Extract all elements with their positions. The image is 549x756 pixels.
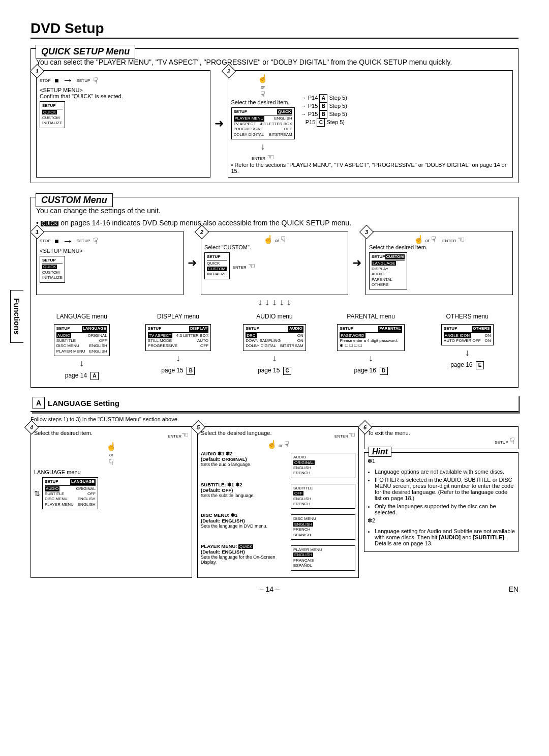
or-label: or	[275, 238, 279, 243]
step-number: 1	[33, 227, 42, 237]
press-button-icon: ☟	[93, 76, 98, 85]
sidebar-tab: Functions	[10, 290, 23, 343]
setup-label: SETUP	[77, 78, 90, 83]
options-panel: PLAYER MENUENGLISHFRANCAISESPAÑOL	[291, 545, 355, 571]
or-label: or	[261, 84, 265, 90]
step-number: 4	[27, 423, 36, 432]
page-ref: page 15 C	[229, 367, 320, 375]
custom-menu-header: CUSTOM Menu	[36, 193, 113, 207]
lang-step-5: 5 Select the desired language. ENTER☜ ☝ …	[197, 426, 359, 577]
enter-button-icon: ☜	[181, 430, 189, 440]
step-number: 6	[360, 423, 370, 432]
press-button-icon: ☟	[510, 436, 515, 446]
enter-button-icon: ☜	[458, 235, 465, 244]
quick-note: • Refer to the sections "PLAYER MENU", "…	[231, 162, 510, 174]
arrow-right-icon: ➜	[188, 256, 197, 270]
page-ref: → P14 A Step 5)	[301, 94, 347, 102]
page-ref: → P15 B Step 5)	[301, 110, 347, 119]
quick-intro: You can select the "PLAYER MENU", "TV AS…	[36, 58, 513, 66]
or-label: or	[279, 443, 283, 448]
custom-step-2: 2 ☝ or ☟ Select "CUSTOM". SETUP QUICK CU…	[201, 231, 348, 295]
stop-icon: ⏹	[54, 77, 59, 83]
setup-label: SETUP	[77, 239, 90, 243]
instruction-text: Select the desired item.	[34, 430, 93, 440]
note-marker: ✽1	[368, 458, 375, 464]
enter-label: ENTER	[442, 239, 456, 243]
setup-label: SETUP	[495, 440, 508, 445]
arrow-right-icon: ➜	[215, 117, 224, 130]
page-number: – 14 –	[260, 585, 280, 593]
menu-column: PARENTAL menu SETUPPARENTAL PASSWORDPlea…	[325, 313, 417, 380]
hint-item: Only the languages supported by the disc…	[375, 503, 515, 515]
enter-button-icon: ☜	[248, 261, 255, 271]
down-button-icon: ☟	[109, 457, 114, 467]
menu-panel: SETUPAUDIO DRCONDOWN SAMPLINGONDOLBY DIG…	[243, 324, 306, 351]
stop-label: STOP	[40, 239, 51, 243]
up-button-icon: ☝	[267, 440, 277, 449]
select-text: Select the desired item.	[231, 99, 295, 105]
enter-label: ENTER	[168, 434, 181, 439]
down-button-icon: ☟	[284, 440, 289, 449]
stop-label: STOP	[40, 78, 51, 83]
quick-items-panel: SETUPQUICK PLAYER MENUENGLISH TV ASPECT4…	[231, 107, 295, 139]
follow-steps-text: Follow steps 1) to 3) in the "CUSTOM Men…	[30, 416, 518, 422]
step-number: 2	[224, 67, 233, 76]
page-ref: page 16 D	[325, 367, 417, 375]
arrow-right-icon: →	[63, 235, 74, 248]
page-ref: page 14 A	[36, 372, 128, 380]
panel-title: LANGUAGE menu	[34, 469, 189, 475]
arrow-right-icon: ➜	[352, 256, 361, 270]
menu-column: LANGUAGE menu SETUPLANGUAGE AUDIOORIGINA…	[36, 313, 128, 380]
hint-title: Hint	[369, 447, 391, 457]
menu-panel: SETUPPARENTAL PASSWORDPlease enter a 4-d…	[337, 324, 404, 351]
step-number: 1	[33, 67, 42, 76]
quick-step-2: 2 ☝ or ☟ Select the desired item. SETUPQ…	[228, 70, 513, 178]
note-marker: ✽2	[368, 517, 375, 524]
quick-step-1: 1 STOP ⏹ → SETUP ☟ <SETUP MENU> Confirm …	[36, 70, 210, 178]
menu-panel: SETUPLANGUAGE AUDIOORIGINALSUBTITLEOFFDI…	[54, 324, 110, 356]
menu-column: AUDIO menu SETUPAUDIO DRCONDOWN SAMPLING…	[229, 313, 320, 380]
page-ref: → P15 B Step 5)	[301, 102, 347, 110]
down-button-icon: ☟	[260, 90, 265, 99]
arrow-down-icon: ↓	[231, 141, 295, 152]
menu-panel: SETUPOTHERS ANGLE ICONONAUTO POWER OFFON	[441, 324, 494, 345]
or-label: or	[109, 452, 113, 457]
arrow-down-icon: ↓	[325, 353, 417, 364]
options-panel: DISC MENUENGLISHFRENCHSPANISH	[291, 514, 355, 540]
setup-menu-panel: SETUP QUICK CUSTOM INITIALIZE	[204, 252, 230, 279]
menu-column: DISPLAY menu SETUPDISPLAY TV ASPECT4:3 L…	[133, 313, 224, 380]
arrow-down-icon: ↓	[421, 347, 513, 358]
quick-setup-header: QUICK SETUP Menu	[36, 45, 135, 59]
confirm-text: Confirm that "QUICK" is selected.	[40, 93, 207, 99]
quick-badge: QUICK	[41, 221, 59, 226]
down-button-icon: ☟	[281, 235, 286, 244]
enter-label: ENTER	[334, 434, 348, 439]
menu-title: LANGUAGE menu	[36, 313, 128, 320]
step-number: 3	[362, 227, 371, 237]
step-number: 2	[197, 227, 206, 237]
options-panel: SUBTITLEOFFENGLISHFRENCH	[291, 484, 355, 509]
menu-column: OTHERS menu SETUPOTHERS ANGLE ICONONAUTO…	[421, 313, 513, 380]
custom-step-3: 3 ☝ or ☟ ENTER ☜ Select the desired item…	[365, 231, 513, 295]
menu-title: PARENTAL menu	[325, 313, 417, 320]
panel-title: <SETUP MENU>	[40, 87, 207, 93]
panel-title: <SETUP MENU>	[40, 248, 180, 254]
updown-arrows-icon: ⇅	[34, 489, 40, 498]
arrow-down-icon: ↓	[133, 353, 224, 364]
step-number: 5	[194, 423, 203, 432]
lang-step-4: 4 Select the desired item. ENTER☜ ☝ or ☟…	[30, 426, 192, 577]
menu-panel: SETUPDISPLAY TV ASPECT4:3 LETTER BOXSTIL…	[145, 324, 211, 351]
lang-step-6: 6 To exit the menu. SETUP ☟	[364, 426, 518, 449]
page-ref: P15 C Step 5)	[301, 119, 347, 127]
page-ref: page 16 E	[421, 361, 513, 369]
arrow-down-icon: ↓	[36, 358, 128, 369]
quick-setup-section: You can select the "PLAYER MENU", "TV AS…	[30, 48, 518, 183]
press-button-icon: ☟	[93, 236, 98, 246]
custom-intro-1: You can change the settings of the unit.	[36, 207, 513, 215]
setting-block: AUDIO ✽1 ✽2 (Default: ORIGINAL) Sets the…	[201, 451, 355, 480]
section-letter: A	[33, 397, 45, 409]
menu-title: OTHERS menu	[421, 313, 513, 320]
options-panel: AUDIOORIGINALENGLISHFRENCH	[291, 453, 355, 478]
setting-block: SUBTITLE: ✽1 ✽2 (Default: OFF) Sets the …	[201, 482, 355, 511]
instruction-text: To exit the menu.	[368, 430, 410, 436]
